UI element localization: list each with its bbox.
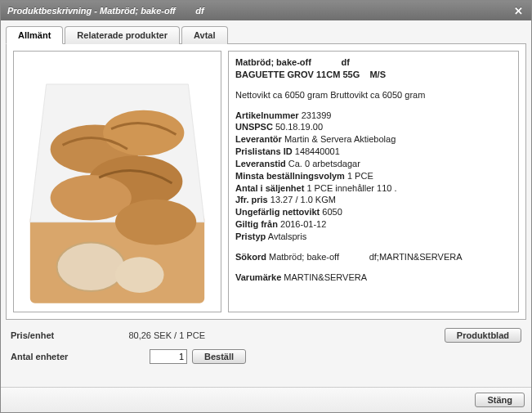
price-unit-label: Pris/enhet xyxy=(11,330,117,340)
row-supplier: Leverantör Martin & Servera Aktiebolag xyxy=(235,133,512,146)
qty-input[interactable] xyxy=(150,349,187,364)
row-pack-qty: Antal i säljenhet 1 PCE innehåller 110 . xyxy=(235,182,512,195)
row-approx-net: Ungefärlig nettovikt 6050 xyxy=(235,206,512,218)
titlebar: Produktbeskrivning - Matbröd; bake-off d… xyxy=(1,1,531,20)
tab-general[interactable]: Allmänt xyxy=(6,26,63,44)
row-unspsc: UNSPSC 50.18.19.00 xyxy=(235,121,512,133)
bread-image-svg xyxy=(14,52,221,312)
order-button[interactable]: Beställ xyxy=(192,349,246,364)
dialog-window: Produktbeskrivning - Matbröd; bake-off d… xyxy=(0,0,532,413)
product-name-line2: BAGUETTE GROV 11CM 55G M/S xyxy=(235,69,512,81)
row-artnr: Artikelnummer 231399 xyxy=(235,110,512,122)
tab-agreement[interactable]: Avtal xyxy=(181,26,228,44)
row-min-qty: Minsta beställningsvolym 1 PCE xyxy=(235,170,512,182)
weight-line: Nettovikt ca 6050 gram Bruttovikt ca 605… xyxy=(235,89,512,101)
footer-area: Pris/enhet 80,26 SEK / 1 PCE Produktblad… xyxy=(1,320,531,369)
qty-label: Antal enheter xyxy=(11,352,117,361)
close-button[interactable]: Stäng xyxy=(475,393,525,407)
row-brand: Varumärke MARTIN&SERVERA xyxy=(235,272,512,284)
row-lead-time: Leveranstid Ca. 0 arbetsdagar xyxy=(235,158,512,170)
tab-related-products[interactable]: Relaterade produkter xyxy=(65,26,180,44)
svg-point-7 xyxy=(115,200,196,245)
row-pricelist-id: Prislistans ID 148440001 xyxy=(235,146,512,158)
svg-point-10 xyxy=(115,257,164,293)
row-comp-price: Jfr. pris 13.27 / 1.0 KGM xyxy=(235,194,512,206)
product-details: Matbröd; bake-off df BAGUETTE GROV 11CM … xyxy=(228,51,519,312)
qty-row: Antal enheter Beställ xyxy=(11,349,521,364)
tabs: Allmänt Relaterade produkter Avtal xyxy=(6,25,526,44)
product-image xyxy=(13,51,221,312)
product-name-line1: Matbröd; bake-off df xyxy=(235,56,512,69)
window-title: Produktbeskrivning - Matbröd; bake-off d… xyxy=(7,6,204,16)
close-icon[interactable]: ✕ xyxy=(512,4,525,17)
content-panel: Matbröd; bake-off df BAGUETTE GROV 11CM … xyxy=(6,44,526,320)
row-price-type: Pristyp Avtalspris xyxy=(235,231,512,243)
price-row: Pris/enhet 80,26 SEK / 1 PCE Produktblad xyxy=(11,328,521,343)
row-keywords: Sökord Matbröd; bake-off df;MARTIN&SERVE… xyxy=(235,251,512,263)
bottom-bar: Stäng xyxy=(1,387,531,412)
price-unit-value: 80,26 SEK / 1 PCE xyxy=(117,330,215,340)
datasheet-button[interactable]: Produktblad xyxy=(445,328,521,343)
row-valid-from: Giltig från 2016-01-12 xyxy=(235,218,512,231)
